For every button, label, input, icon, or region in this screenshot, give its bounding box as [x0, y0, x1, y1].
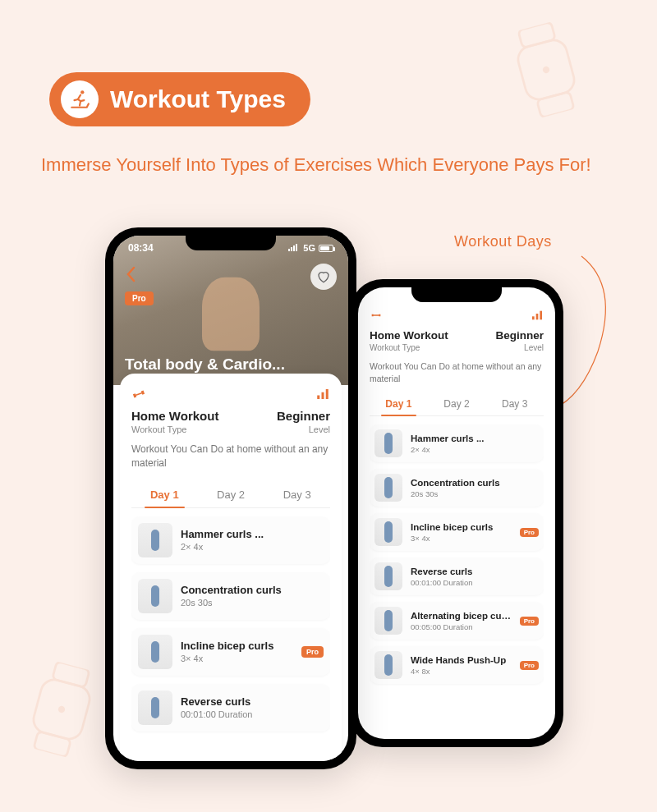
exercise-title: Concentration curls: [411, 478, 539, 488]
workout-type-title: Home Workout: [131, 409, 218, 423]
pro-badge: Pro: [301, 646, 324, 658]
exercise-item[interactable]: Alternating bicep curls00:05:00 Duration…: [370, 602, 544, 640]
phone-mockup-back: Home Workout Workout Type Beginner Level…: [350, 279, 563, 747]
svg-rect-17: [322, 392, 324, 399]
workout-info-header: Home Workout Workout Type Beginner Level: [370, 309, 544, 352]
section-badge: Workout Types: [49, 72, 310, 126]
workout-type-title: Home Workout: [370, 329, 448, 342]
back-button[interactable]: [125, 266, 136, 287]
exercise-thumbnail: [374, 474, 402, 502]
exercise-subtitle: 3× 4x: [411, 534, 512, 543]
exercise-item[interactable]: Reverse curls00:01:00 Duration: [370, 557, 544, 595]
exercise-item[interactable]: Hammer curls ...2× 4x: [131, 516, 330, 564]
svg-point-8: [80, 90, 84, 94]
tab-day-3[interactable]: Day 3: [264, 482, 330, 507]
exercise-title: Concentration curls: [181, 584, 324, 596]
tab-day-1[interactable]: Day 1: [131, 482, 198, 507]
exercise-subtitle: 00:05:00 Duration: [411, 622, 512, 631]
svg-rect-12: [288, 249, 290, 251]
svg-rect-18: [326, 389, 328, 399]
exercise-thumbnail: [138, 690, 172, 725]
pro-badge: Pro: [520, 661, 539, 670]
svg-rect-6: [34, 732, 71, 758]
workout-type-label: Workout Type: [131, 424, 218, 434]
watch-decoration-icon: [14, 656, 108, 763]
phone-notch: [186, 236, 276, 250]
exercise-thumbnail: [138, 579, 172, 613]
exercise-subtitle: 4× 8x: [411, 667, 512, 676]
svg-point-7: [57, 705, 66, 713]
exercise-subtitle: 20s 30s: [411, 489, 539, 498]
svg-rect-2: [537, 92, 575, 118]
workout-description: Workout You Can Do at home without an an…: [370, 360, 544, 384]
level-label: Level: [495, 343, 544, 352]
pro-badge: Pro: [125, 291, 154, 305]
exercise-thumbnail: [374, 518, 402, 546]
exercise-thumbnail: [138, 635, 172, 669]
workout-info-header: Home Workout Workout Type Beginner Level: [131, 387, 330, 434]
status-time: 08:34: [128, 242, 154, 254]
tab-day-1[interactable]: Day 1: [370, 392, 428, 415]
exercise-item[interactable]: Hammer curls ...2× 4x: [370, 424, 544, 462]
favorite-button[interactable]: [310, 264, 337, 290]
level-title: Beginner: [277, 409, 330, 423]
tab-day-3[interactable]: Day 3: [485, 392, 544, 415]
battery-icon: [319, 245, 333, 252]
exercise-title: Incline bicep curls: [411, 522, 512, 532]
phone-mockup-front: 08:34 5G Pro Total body & Cardio...: [105, 227, 356, 769]
exercise-title: Hammer curls ...: [411, 434, 539, 443]
exercise-subtitle: 3× 4x: [181, 654, 293, 663]
exercise-title: Hammer curls ...: [181, 528, 324, 540]
workout-type-label: Workout Type: [370, 343, 448, 352]
exercise-item[interactable]: Incline bicep curls3× 4xPro: [370, 513, 544, 551]
level-title: Beginner: [495, 329, 544, 342]
exercise-thumbnail: [374, 562, 402, 590]
workout-description: Workout You Can Do at home without an an…: [131, 443, 330, 470]
dumbbell-icon: [131, 387, 218, 406]
annotation-label: Workout Days: [454, 233, 552, 250]
exercise-title: Incline bicep curls: [181, 640, 293, 652]
exercise-item[interactable]: Wide Hands Push-Up4× 8xPro: [370, 646, 544, 684]
exercise-item[interactable]: Incline bicep curls3× 4xPro: [131, 628, 330, 676]
exercise-subtitle: 2× 4x: [411, 445, 539, 454]
svg-rect-13: [291, 247, 292, 251]
level-icon: [277, 387, 330, 406]
level-label: Level: [277, 424, 330, 434]
svg-rect-16: [317, 396, 319, 400]
svg-rect-9: [532, 316, 535, 319]
exercise-title: Reverse curls: [411, 567, 539, 576]
tab-day-2[interactable]: Day 2: [428, 392, 486, 415]
watch-decoration-icon: [498, 16, 593, 123]
workout-title: Total body & Cardio...: [125, 356, 285, 374]
exercise-item[interactable]: Concentration curls20s 30s: [370, 469, 544, 507]
day-tabs: Day 1 Day 2 Day 3: [370, 392, 544, 416]
phone-notch: [411, 287, 502, 302]
exercise-subtitle: 00:01:00 Duration: [411, 578, 539, 587]
svg-rect-11: [540, 311, 542, 320]
treadmill-icon: [61, 80, 99, 118]
svg-rect-14: [293, 245, 295, 251]
dumbbell-icon: [370, 309, 448, 326]
section-title: Workout Types: [110, 85, 286, 113]
exercise-title: Reverse curls: [181, 695, 324, 708]
exercise-title: Alternating bicep curls: [411, 611, 512, 621]
section-subtitle: Immerse Yourself Into Types of Exercises…: [41, 153, 616, 178]
pro-badge: Pro: [520, 617, 539, 626]
svg-rect-10: [536, 314, 539, 319]
level-icon: [495, 309, 544, 326]
workout-hero: 08:34 5G Pro Total body & Cardio...: [113, 236, 348, 385]
exercise-item[interactable]: Reverse curls00:01:00 Duration: [131, 684, 330, 732]
network-label: 5G: [303, 243, 315, 253]
exercise-subtitle: 2× 4x: [181, 542, 324, 552]
signal-icon: [288, 243, 300, 253]
exercise-thumbnail: [374, 607, 402, 635]
svg-point-3: [542, 66, 550, 74]
day-tabs: Day 1 Day 2 Day 3: [131, 482, 330, 508]
exercise-thumbnail: [374, 651, 402, 679]
tab-day-2[interactable]: Day 2: [198, 482, 264, 507]
exercise-subtitle: 00:01:00 Duration: [181, 709, 324, 719]
exercise-subtitle: 20s 30s: [181, 598, 324, 608]
exercise-item[interactable]: Concentration curls20s 30s: [131, 572, 330, 620]
exercise-thumbnail: [138, 523, 172, 557]
workout-sheet: Home Workout Workout Type Beginner Level…: [120, 374, 342, 761]
